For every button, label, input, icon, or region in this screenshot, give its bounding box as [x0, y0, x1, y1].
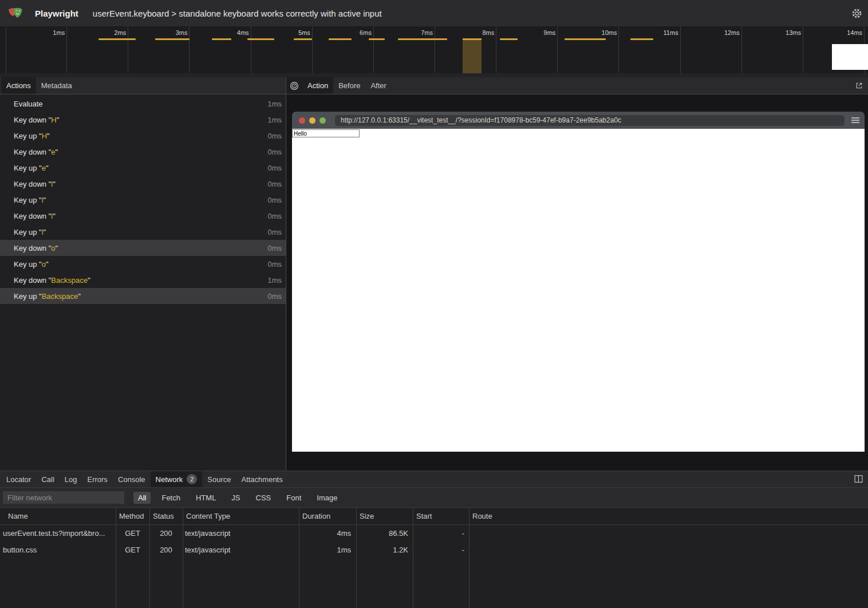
timeline-action-tick[interactable]	[212, 38, 231, 40]
action-row[interactable]: Key up "e"0ms	[0, 160, 286, 176]
action-row[interactable]: Key up "l"0ms	[0, 224, 286, 240]
filter-chip-font[interactable]: Font	[282, 492, 306, 504]
timeline-tick-label: 13ms	[786, 29, 801, 36]
timeline-selected-range-body[interactable]	[463, 40, 482, 73]
filter-chip-html[interactable]: HTML	[191, 492, 220, 504]
network-cell: 1ms	[299, 542, 356, 558]
timeline-tick-label: 10ms	[602, 29, 617, 36]
network-table: NameMethodStatusContent TypeDurationSize…	[0, 507, 868, 608]
pick-locator-icon[interactable]	[286, 77, 302, 94]
network-cell: button.css	[0, 542, 116, 558]
timeline-cell: 4ms	[190, 26, 251, 73]
trace-viewer-app: Playwright userEvent.keyboard > standalo…	[0, 0, 868, 608]
tab-label: Metadata	[41, 81, 72, 90]
action-row[interactable]: Key down "l"0ms	[0, 208, 286, 224]
filter-chip-fetch[interactable]: Fetch	[157, 492, 185, 504]
timeline-action-tick[interactable]	[500, 38, 518, 40]
tab-label: Attachments	[241, 475, 282, 484]
action-title: Key up "l"	[14, 228, 46, 236]
timeline-action-tick[interactable]	[98, 38, 136, 40]
tab-metadata[interactable]: Metadata	[36, 77, 77, 94]
snapshot-text-input[interactable]	[292, 129, 360, 137]
tab-errors[interactable]: Errors	[82, 471, 112, 487]
action-title: Key down "l"	[14, 180, 56, 188]
film-strip-thumbnail[interactable]	[832, 44, 868, 70]
action-duration: 0ms	[267, 260, 282, 269]
timeline-tick-label: 8ms	[482, 29, 494, 36]
action-duration: 0ms	[267, 148, 282, 156]
tab-log[interactable]: Log	[60, 471, 82, 487]
timeline-action-tick[interactable]	[398, 38, 448, 40]
filter-chip-all[interactable]: All	[133, 492, 151, 504]
snapshot-page	[292, 129, 865, 452]
action-row[interactable]: Key up "Backspace"0ms	[0, 288, 286, 304]
action-title: Key up "l"	[14, 196, 46, 204]
action-row[interactable]: Evaluate1ms	[0, 96, 286, 112]
network-filter-input[interactable]	[3, 491, 124, 504]
action-duration: 0ms	[267, 180, 282, 188]
network-cell: text/javascript	[183, 525, 299, 542]
timeline-action-tick[interactable]	[247, 38, 274, 40]
gear-icon[interactable]	[851, 8, 862, 19]
action-title: Key down "H"	[14, 116, 59, 124]
tab-actions[interactable]: Actions	[1, 77, 36, 94]
timeline-action-tick[interactable]	[294, 38, 312, 40]
timeline-action-tick[interactable]	[155, 38, 190, 40]
network-cell: 200	[149, 542, 183, 558]
network-cell: -	[413, 525, 469, 542]
tab-after[interactable]: After	[365, 77, 391, 94]
tab-before[interactable]: Before	[333, 77, 365, 94]
tab-source[interactable]: Source	[202, 471, 236, 487]
timeline-tick-label: 5ms	[298, 29, 310, 36]
action-row[interactable]: Key up "H"0ms	[0, 128, 286, 144]
action-key-value: Backspace	[51, 276, 88, 285]
resource-type-filters: AllFetchHTMLJSCSSFontImage	[133, 492, 342, 504]
tab-locator[interactable]: Locator	[1, 471, 36, 487]
timeline[interactable]: 1ms2ms3ms4ms5ms6ms7ms8ms9ms10ms11ms12ms1…	[0, 26, 868, 73]
action-duration: 0ms	[267, 196, 282, 204]
layout-columns-icon[interactable]	[854, 474, 863, 486]
action-row[interactable]: Key down "l"0ms	[0, 176, 286, 192]
action-row[interactable]: Key down "e"0ms	[0, 144, 286, 160]
timeline-action-tick[interactable]	[369, 38, 385, 40]
action-duration: 1ms	[267, 276, 282, 285]
network-cell: 4ms	[299, 525, 356, 542]
network-table-row[interactable]: button.cssGET200text/javascript1ms1.2K-	[0, 542, 868, 558]
app-title: Playwright	[35, 9, 78, 18]
action-row[interactable]: Key down "o"0ms	[0, 240, 286, 256]
timeline-action-tick[interactable]	[565, 38, 606, 40]
action-row[interactable]: Key up "o"0ms	[0, 256, 286, 272]
action-row[interactable]: Key down "H"1ms	[0, 112, 286, 128]
browser-menu-icon	[851, 117, 859, 123]
timeline-action-tick[interactable]	[630, 38, 654, 40]
actions-list: Evaluate1msKey down "H"1msKey up "H"0msK…	[0, 94, 286, 471]
network-table-row[interactable]: userEvent.test.ts?import&bro...GET200tex…	[0, 525, 868, 542]
playwright-logo-icon	[7, 5, 23, 21]
action-row[interactable]: Key down "Backspace"1ms	[0, 272, 286, 288]
timeline-cell: 2ms	[67, 26, 128, 73]
tab-action[interactable]: Action	[302, 77, 333, 94]
test-title: userEvent.keyboard > standalone keyboard…	[93, 9, 382, 18]
action-duration: 0ms	[267, 292, 282, 301]
network-cell: 86.5K	[356, 525, 413, 542]
tab-console[interactable]: Console	[113, 471, 151, 487]
filter-chip-image[interactable]: Image	[312, 492, 342, 504]
bottom-panel: LocatorCallLogErrorsConsoleNetwork2Sourc…	[0, 471, 868, 608]
filter-chip-css[interactable]: CSS	[251, 492, 276, 504]
timeline-action-tick[interactable]	[329, 38, 352, 40]
action-title: Evaluate	[14, 100, 43, 108]
browser-title-bar: http://127.0.0.1:63315/__vitest_test__/?…	[292, 112, 865, 129]
tab-attachments[interactable]: Attachments	[236, 471, 287, 487]
tab-label: Actions	[6, 81, 31, 90]
action-row[interactable]: Key up "l"0ms	[0, 192, 286, 208]
network-col-content-type: Content Type	[183, 508, 299, 524]
timeline-cell: 9ms	[496, 26, 558, 73]
tab-call[interactable]: Call	[36, 471, 59, 487]
action-key-value: o	[42, 260, 46, 269]
timeline-tick-label: 7ms	[421, 29, 433, 36]
open-snapshot-external-icon[interactable]	[855, 77, 863, 94]
tab-network[interactable]: Network2	[151, 471, 203, 487]
filter-chip-js[interactable]: JS	[227, 492, 244, 504]
network-cell: text/javascript	[183, 542, 299, 558]
timeline-tick-label: 2ms	[115, 29, 127, 36]
